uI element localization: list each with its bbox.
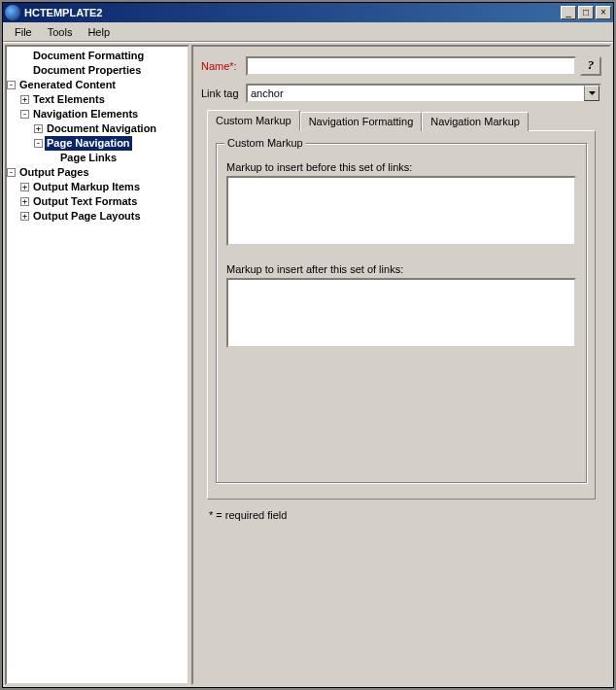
markup-before-textarea[interactable] bbox=[226, 176, 576, 246]
tree-node-output-text-formats[interactable]: + Output Text Formats bbox=[7, 194, 188, 209]
tab-custom-markup[interactable]: Custom Markup bbox=[207, 110, 300, 131]
tree-node-page-navigation[interactable]: - Page Navigation bbox=[7, 136, 188, 151]
app-window: HCTEMPLATE2 _ □ × File Tools Help Docume… bbox=[2, 2, 614, 688]
name-row: Name*: ? bbox=[201, 56, 601, 76]
expand-icon[interactable]: + bbox=[20, 197, 29, 206]
expand-icon[interactable]: + bbox=[20, 212, 29, 221]
tree-node-text-elements[interactable]: + Text Elements bbox=[7, 92, 188, 107]
link-tag-label: Link tag bbox=[201, 87, 246, 99]
tree-node-page-links[interactable]: Page Links bbox=[7, 151, 188, 165]
tree-node-generated-content[interactable]: - Generated Content bbox=[7, 78, 188, 92]
help-button[interactable]: ? bbox=[580, 56, 601, 76]
markup-after-textarea[interactable] bbox=[226, 278, 576, 348]
tree-node-navigation-elements[interactable]: - Navigation Elements bbox=[7, 107, 188, 121]
tree-node-output-page-layouts[interactable]: + Output Page Layouts bbox=[7, 209, 188, 224]
groupbox-custom-markup: Custom Markup Markup to insert before th… bbox=[216, 143, 587, 483]
after-label: Markup to insert after this set of links… bbox=[226, 263, 576, 275]
tab-navigation-markup[interactable]: Navigation Markup bbox=[422, 112, 529, 131]
menu-tools[interactable]: Tools bbox=[40, 24, 81, 40]
titlebar: HCTEMPLATE2 _ □ × bbox=[3, 3, 613, 22]
svg-marker-0 bbox=[589, 91, 596, 95]
tree-node-document-formatting[interactable]: Document Formatting bbox=[7, 49, 188, 63]
tree-node-output-markup-items[interactable]: + Output Markup Items bbox=[7, 180, 188, 194]
expand-icon[interactable]: + bbox=[20, 95, 29, 104]
collapse-icon[interactable]: - bbox=[7, 81, 16, 89]
link-tag-row: Link tag anchor bbox=[201, 84, 601, 103]
content-area: Document Formatting Document Properties … bbox=[3, 42, 613, 687]
menubar: File Tools Help bbox=[3, 22, 613, 42]
collapse-icon[interactable]: - bbox=[34, 139, 43, 148]
collapse-icon[interactable]: - bbox=[20, 110, 29, 119]
link-tag-value: anchor bbox=[248, 86, 584, 101]
maximize-button[interactable]: □ bbox=[578, 6, 594, 19]
name-label: Name*: bbox=[201, 60, 246, 72]
menu-file[interactable]: File bbox=[7, 24, 40, 40]
form-area: Name*: ? Link tag anchor Custom Markup bbox=[193, 47, 609, 531]
tree-node-output-pages[interactable]: - Output Pages bbox=[7, 165, 188, 180]
close-button[interactable]: × bbox=[596, 6, 611, 19]
link-tag-combo[interactable]: anchor bbox=[246, 84, 601, 103]
expand-icon[interactable]: + bbox=[20, 183, 29, 191]
groupbox-title: Custom Markup bbox=[224, 137, 306, 149]
tree: Document Formatting Document Properties … bbox=[7, 49, 188, 224]
tree-node-document-properties[interactable]: Document Properties bbox=[7, 63, 188, 78]
collapse-icon[interactable]: - bbox=[7, 168, 16, 177]
name-input[interactable] bbox=[246, 56, 576, 76]
expand-icon[interactable]: + bbox=[34, 124, 43, 133]
chevron-down-icon[interactable] bbox=[584, 86, 599, 101]
required-note: * = required field bbox=[201, 505, 601, 525]
menu-help[interactable]: Help bbox=[80, 24, 118, 40]
before-label: Markup to insert before this set of link… bbox=[226, 161, 576, 173]
tabstrip: Custom Markup Navigation Formatting Navi… bbox=[201, 112, 601, 131]
tree-node-document-navigation[interactable]: + Document Navigation bbox=[7, 121, 188, 136]
tab-navigation-formatting[interactable]: Navigation Formatting bbox=[300, 112, 423, 131]
app-icon bbox=[5, 5, 20, 20]
tabpanel-custom-markup: Custom Markup Markup to insert before th… bbox=[207, 130, 596, 500]
minimize-button[interactable]: _ bbox=[561, 6, 576, 19]
right-pane: Name*: ? Link tag anchor Custom Markup bbox=[191, 45, 611, 685]
window-title: HCTEMPLATE2 bbox=[24, 7, 559, 18]
tree-pane[interactable]: Document Formatting Document Properties … bbox=[5, 45, 189, 685]
